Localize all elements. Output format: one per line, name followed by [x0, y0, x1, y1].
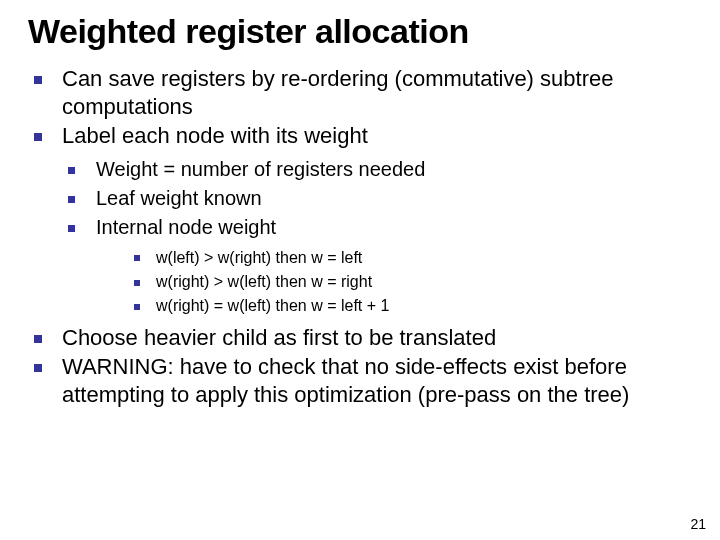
bullet-text: Weight = number of registers needed: [96, 158, 425, 180]
square-bullet-icon: [68, 167, 75, 174]
square-bullet-icon: [34, 335, 42, 343]
slide-title: Weighted register allocation: [28, 12, 700, 51]
bullet-text: WARNING: have to check that no side-effe…: [62, 354, 629, 407]
bullet-text: Choose heavier child as first to be tran…: [62, 325, 496, 350]
square-bullet-icon: [134, 280, 140, 286]
square-bullet-icon: [34, 133, 42, 141]
list-item: w(right) = w(left) then w = left + 1: [130, 295, 700, 317]
list-item: Can save registers by re-ordering (commu…: [28, 65, 700, 120]
page-number: 21: [690, 516, 706, 532]
list-item: Weight = number of registers needed: [62, 156, 700, 183]
square-bullet-icon: [134, 255, 140, 261]
list-item: Internal node weight w(left) > w(right) …: [62, 214, 700, 318]
bullet-text: w(left) > w(right) then w = left: [156, 249, 362, 266]
square-bullet-icon: [34, 76, 42, 84]
bullet-list-level1: Can save registers by re-ordering (commu…: [28, 65, 700, 408]
bullet-text: Internal node weight: [96, 216, 276, 238]
list-item: w(right) > w(left) then w = right: [130, 271, 700, 293]
square-bullet-icon: [134, 304, 140, 310]
list-item: w(left) > w(right) then w = left: [130, 247, 700, 269]
bullet-text: Label each node with its weight: [62, 123, 368, 148]
list-item: Leaf weight known: [62, 185, 700, 212]
bullet-list-level3: w(left) > w(right) then w = left w(right…: [130, 247, 700, 318]
list-item: Choose heavier child as first to be tran…: [28, 324, 700, 352]
bullet-text: Can save registers by re-ordering (commu…: [62, 66, 613, 119]
bullet-text: w(right) > w(left) then w = right: [156, 273, 372, 290]
square-bullet-icon: [68, 225, 75, 232]
list-item: WARNING: have to check that no side-effe…: [28, 353, 700, 408]
square-bullet-icon: [68, 196, 75, 203]
bullet-list-level2: Weight = number of registers needed Leaf…: [62, 156, 700, 318]
list-item: Label each node with its weight Weight =…: [28, 122, 700, 318]
bullet-text: w(right) = w(left) then w = left + 1: [156, 297, 389, 314]
square-bullet-icon: [34, 364, 42, 372]
bullet-text: Leaf weight known: [96, 187, 262, 209]
slide: Weighted register allocation Can save re…: [0, 0, 720, 540]
